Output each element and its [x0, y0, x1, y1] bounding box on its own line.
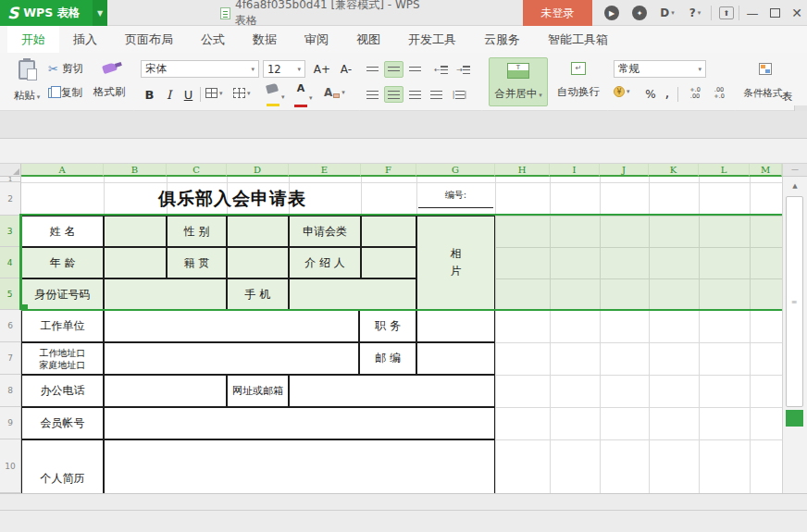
shrink-font-button[interactable]: A- — [335, 60, 357, 78]
tab-insert[interactable]: 插入 — [59, 26, 111, 53]
copy-button[interactable]: 复制 — [48, 86, 82, 100]
cell-E8-web-email-value[interactable] — [289, 375, 495, 407]
borders-button[interactable]: ▾ — [205, 88, 223, 98]
col-header-C[interactable]: C — [167, 164, 227, 177]
cell-A4-age-label[interactable]: 年 龄 — [21, 247, 104, 278]
underline-button[interactable]: U — [180, 86, 197, 104]
align-middle-button[interactable] — [384, 61, 404, 78]
grow-font-button[interactable]: A+ — [311, 60, 333, 78]
percent-button[interactable]: % — [642, 86, 659, 103]
merge-center-button[interactable]: T 合并居中▾ — [489, 57, 548, 106]
cell-B8-office-phone-value[interactable] — [104, 375, 227, 407]
cell-G6-job-value[interactable] — [416, 310, 495, 342]
row-header-7[interactable]: 7 — [0, 342, 21, 375]
paste-button[interactable]: 粘贴▾ — [9, 58, 44, 106]
cell-D4-birthplace-value[interactable] — [227, 247, 289, 278]
cell-C4-birthplace-label[interactable]: 籍 贯 — [167, 247, 227, 278]
cell-D8-web-email-label[interactable]: 网址或邮箱 — [227, 375, 289, 407]
wrap-text-button[interactable]: ↵ 自动换行 — [553, 57, 603, 106]
col-header-K[interactable]: K — [649, 164, 699, 177]
increase-indent-button[interactable]: → — [453, 61, 473, 78]
cell-F3-apply-type-value[interactable] — [361, 216, 416, 247]
selection-fill-handle[interactable] — [22, 304, 28, 310]
row-header-4[interactable]: 4 — [0, 247, 21, 278]
justify-button[interactable] — [427, 86, 446, 103]
cell-E5-mobile-value[interactable] — [289, 278, 416, 310]
col-header-H[interactable]: H — [495, 164, 550, 177]
cut-button[interactable]: ✂ 剪切 — [48, 62, 83, 76]
bold-button[interactable]: B — [141, 86, 158, 104]
row-header-3[interactable]: 3 — [0, 216, 21, 247]
col-header-L[interactable]: L — [699, 164, 750, 177]
cell-E3-apply-type-label[interactable]: 申请会类 — [289, 216, 361, 247]
row-header-6[interactable]: 6 — [0, 310, 21, 342]
tab-view[interactable]: 视图 — [342, 26, 394, 53]
cell-B10-resume-value[interactable] — [104, 439, 495, 493]
table-style-label-partial[interactable]: 表 — [782, 90, 793, 104]
decrease-decimal-button[interactable]: .00+.0 — [709, 87, 729, 100]
row-header-9[interactable]: 9 — [0, 407, 21, 439]
cell-D3-gender-value[interactable] — [227, 216, 289, 247]
form-number-cell[interactable]: 编号: — [418, 189, 493, 208]
number-format-select[interactable]: 常规▾ — [614, 60, 706, 78]
tab-formulas[interactable]: 公式 — [187, 26, 239, 53]
increase-decimal-button[interactable]: +.0.00 — [685, 87, 705, 100]
row-header-5[interactable]: 5 — [0, 278, 21, 310]
align-bottom-button[interactable] — [405, 61, 425, 78]
col-header-A[interactable]: A — [21, 164, 104, 177]
cell-A8-office-phone-label[interactable]: 办公电话 — [21, 375, 104, 407]
italic-button[interactable]: I — [160, 86, 178, 104]
col-header-M[interactable]: M — [750, 164, 782, 177]
tab-page-layout[interactable]: 页面布局 — [111, 26, 187, 53]
tab-smart-toolbox[interactable]: 智能工具箱 — [534, 26, 622, 53]
form-title-cell[interactable]: 俱乐部入会申请表 — [104, 182, 361, 216]
cell-B9-member-account-value[interactable] — [104, 407, 495, 439]
cell-G7-postal-value[interactable] — [416, 342, 495, 375]
row-header-2[interactable]: 2 — [0, 182, 21, 216]
cell-A5-id-number-label[interactable]: 身份证号码 — [21, 278, 104, 310]
clear-format-button[interactable]: A ▾ — [324, 86, 345, 99]
toggle-ribbon-icon[interactable]: ⬆ — [716, 4, 737, 22]
format-painter-button[interactable]: 格式刷 — [89, 60, 130, 106]
font-size-select[interactable]: 12▾ — [263, 60, 305, 78]
align-right-button[interactable] — [405, 86, 425, 103]
settings-circle-icon[interactable]: ✦ — [629, 4, 650, 22]
col-header-F[interactable]: F — [361, 164, 416, 177]
tab-review[interactable]: 审阅 — [291, 26, 342, 53]
tab-cloud[interactable]: 云服务 — [470, 26, 534, 53]
cell-B7-address-value[interactable] — [104, 342, 359, 375]
wps-logo-dropdown[interactable]: ▼ — [93, 0, 107, 26]
comma-button[interactable]: , — [661, 84, 674, 101]
tab-developer[interactable]: 开发工具 — [394, 26, 470, 53]
col-header-J[interactable]: J — [600, 164, 649, 177]
align-center-button[interactable] — [384, 86, 404, 103]
fill-color-button[interactable]: ▾ — [267, 84, 285, 110]
col-header-E[interactable]: E — [289, 164, 361, 177]
cell-A6-work-unit-label[interactable]: 工作单位 — [21, 310, 104, 342]
play-circle-icon[interactable]: ▶ — [602, 4, 622, 22]
scrollbar-split-handle[interactable]: — — [783, 164, 807, 177]
cell-B5-id-number-value[interactable] — [104, 278, 227, 310]
cell-D5-mobile-label[interactable]: 手 机 — [227, 278, 289, 310]
login-button[interactable]: 未登录 — [523, 0, 592, 26]
cell-B3-name-value[interactable] — [104, 216, 167, 247]
cell-A10-resume-label[interactable]: 个人简历 — [21, 439, 104, 493]
row-header-10[interactable]: 10 — [0, 439, 21, 493]
cell-F4-introducer-value[interactable] — [361, 247, 416, 278]
col-header-D[interactable]: D — [227, 164, 289, 177]
cell-C3-gender-label[interactable]: 性 别 — [167, 216, 227, 247]
vertical-scroll-thumb[interactable]: ≡ — [786, 196, 803, 407]
col-header-B[interactable]: B — [104, 164, 167, 177]
cell-A7-address-label[interactable]: 工作地址口 家庭地址口 — [21, 342, 104, 375]
font-color-button[interactable]: A ▾ — [294, 84, 313, 111]
scroll-up-icon[interactable]: ▲ — [783, 179, 807, 193]
decrease-indent-button[interactable]: ← — [431, 61, 451, 78]
row-header-8[interactable]: 8 — [0, 375, 21, 407]
cell-A9-member-account-label[interactable]: 会员帐号 — [21, 407, 104, 439]
cell-F7-postal-label[interactable]: 邮 编 — [359, 342, 416, 375]
distributed-button[interactable]: || — [448, 86, 471, 103]
col-header-I[interactable]: I — [550, 164, 600, 177]
maximize-button[interactable] — [764, 4, 785, 22]
help-icon[interactable]: ?▾ — [685, 4, 705, 22]
col-header-G[interactable]: G — [416, 164, 495, 177]
